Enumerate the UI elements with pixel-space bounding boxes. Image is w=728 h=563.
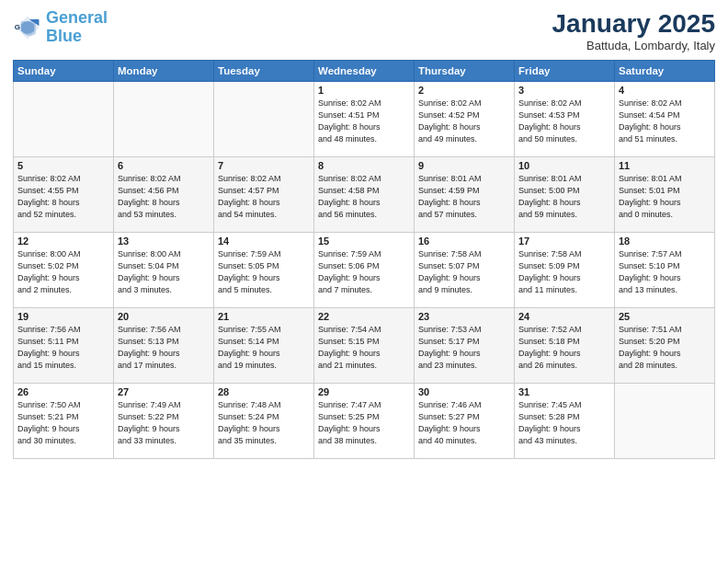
day-info: Sunrise: 7:45 AMSunset: 5:28 PMDaylight:… (518, 399, 610, 447)
day-number: 4 (619, 85, 711, 96)
calendar-cell: 30Sunrise: 7:46 AMSunset: 5:27 PMDayligh… (415, 384, 515, 459)
calendar-cell: 4Sunrise: 8:02 AMSunset: 4:54 PMDaylight… (615, 82, 715, 157)
day-info: Sunrise: 8:02 AMSunset: 4:55 PMDaylight:… (17, 173, 109, 221)
day-info: Sunrise: 7:55 AMSunset: 5:14 PMDaylight:… (218, 324, 310, 372)
day-number: 10 (518, 160, 610, 171)
day-info: Sunrise: 7:51 AMSunset: 5:20 PMDaylight:… (619, 324, 711, 372)
weekday-header-thursday: Thursday (415, 61, 515, 82)
day-info: Sunrise: 7:56 AMSunset: 5:13 PMDaylight:… (118, 324, 210, 372)
weekday-header-sunday: Sunday (14, 61, 114, 82)
calendar-cell (114, 82, 214, 157)
day-number: 23 (418, 311, 510, 322)
day-number: 19 (17, 311, 109, 322)
day-number: 25 (619, 311, 711, 322)
logo: G General Blue (13, 9, 108, 46)
day-number: 16 (418, 236, 510, 247)
weekday-header-friday: Friday (515, 61, 615, 82)
calendar-cell: 31Sunrise: 7:45 AMSunset: 5:28 PMDayligh… (515, 384, 615, 459)
day-info: Sunrise: 8:02 AMSunset: 4:52 PMDaylight:… (418, 98, 510, 145)
calendar-cell: 26Sunrise: 7:50 AMSunset: 5:21 PMDayligh… (14, 384, 114, 459)
week-row-1: 1Sunrise: 8:02 AMSunset: 4:51 PMDaylight… (14, 82, 715, 157)
day-number: 13 (118, 236, 210, 247)
day-info: Sunrise: 8:02 AMSunset: 4:54 PMDaylight:… (619, 98, 711, 145)
logo-line2: Blue (46, 27, 82, 45)
day-info: Sunrise: 7:58 AMSunset: 5:09 PMDaylight:… (518, 248, 610, 296)
day-info: Sunrise: 8:00 AMSunset: 5:02 PMDaylight:… (17, 248, 109, 296)
day-number: 18 (619, 236, 711, 247)
day-number: 3 (518, 85, 610, 96)
calendar-cell: 25Sunrise: 7:51 AMSunset: 5:20 PMDayligh… (615, 308, 715, 384)
weekday-header-tuesday: Tuesday (214, 61, 314, 82)
day-info: Sunrise: 7:50 AMSunset: 5:21 PMDaylight:… (17, 399, 109, 447)
day-info: Sunrise: 8:01 AMSunset: 5:00 PMDaylight:… (518, 173, 610, 221)
logo-text: General Blue (46, 9, 108, 46)
day-number: 27 (118, 386, 210, 397)
day-number: 20 (118, 311, 210, 322)
month-title: January 2025 (552, 9, 715, 39)
day-info: Sunrise: 8:00 AMSunset: 5:04 PMDaylight:… (118, 248, 210, 296)
calendar-cell: 27Sunrise: 7:49 AMSunset: 5:22 PMDayligh… (114, 384, 214, 459)
calendar-cell: 1Sunrise: 8:02 AMSunset: 4:51 PMDaylight… (314, 82, 415, 157)
day-info: Sunrise: 8:01 AMSunset: 4:59 PMDaylight:… (418, 173, 510, 221)
day-number: 9 (418, 160, 510, 171)
day-number: 5 (17, 160, 109, 171)
calendar-cell: 3Sunrise: 8:02 AMSunset: 4:53 PMDaylight… (515, 82, 615, 157)
day-number: 7 (218, 160, 310, 171)
logo-line1: General (46, 8, 108, 27)
day-info: Sunrise: 8:01 AMSunset: 5:01 PMDaylight:… (619, 173, 711, 221)
calendar-cell (615, 384, 715, 459)
day-number: 2 (418, 85, 510, 96)
calendar-table: SundayMondayTuesdayWednesdayThursdayFrid… (13, 60, 715, 459)
calendar-cell: 6Sunrise: 8:02 AMSunset: 4:56 PMDaylight… (114, 157, 214, 233)
day-info: Sunrise: 7:47 AMSunset: 5:25 PMDaylight:… (318, 399, 410, 447)
calendar-cell: 12Sunrise: 8:00 AMSunset: 5:02 PMDayligh… (14, 233, 114, 308)
day-info: Sunrise: 8:02 AMSunset: 4:56 PMDaylight:… (118, 173, 210, 221)
day-info: Sunrise: 7:58 AMSunset: 5:07 PMDaylight:… (418, 248, 510, 296)
calendar-cell: 14Sunrise: 7:59 AMSunset: 5:05 PMDayligh… (214, 233, 314, 308)
calendar-cell (214, 82, 314, 157)
calendar-cell: 20Sunrise: 7:56 AMSunset: 5:13 PMDayligh… (114, 308, 214, 384)
calendar-cell: 5Sunrise: 8:02 AMSunset: 4:55 PMDaylight… (14, 157, 114, 233)
week-row-2: 5Sunrise: 8:02 AMSunset: 4:55 PMDaylight… (14, 157, 715, 233)
calendar-cell: 29Sunrise: 7:47 AMSunset: 5:25 PMDayligh… (314, 384, 415, 459)
day-info: Sunrise: 8:02 AMSunset: 4:51 PMDaylight:… (318, 98, 410, 145)
day-info: Sunrise: 7:59 AMSunset: 5:05 PMDaylight:… (218, 248, 310, 296)
day-info: Sunrise: 7:53 AMSunset: 5:17 PMDaylight:… (418, 324, 510, 372)
calendar-cell: 15Sunrise: 7:59 AMSunset: 5:06 PMDayligh… (314, 233, 415, 308)
calendar-cell: 8Sunrise: 8:02 AMSunset: 4:58 PMDaylight… (314, 157, 415, 233)
day-number: 17 (518, 236, 610, 247)
calendar-cell: 28Sunrise: 7:48 AMSunset: 5:24 PMDayligh… (214, 384, 314, 459)
day-number: 28 (218, 386, 310, 397)
day-info: Sunrise: 7:46 AMSunset: 5:27 PMDaylight:… (418, 399, 510, 447)
logo-icon: G (13, 13, 42, 42)
calendar-cell: 19Sunrise: 7:56 AMSunset: 5:11 PMDayligh… (14, 308, 114, 384)
day-number: 11 (619, 160, 711, 171)
svg-text:G: G (15, 23, 20, 31)
calendar-cell: 23Sunrise: 7:53 AMSunset: 5:17 PMDayligh… (415, 308, 515, 384)
day-info: Sunrise: 8:02 AMSunset: 4:57 PMDaylight:… (218, 173, 310, 221)
day-info: Sunrise: 7:56 AMSunset: 5:11 PMDaylight:… (17, 324, 109, 372)
weekday-header-saturday: Saturday (615, 61, 715, 82)
day-info: Sunrise: 8:02 AMSunset: 4:58 PMDaylight:… (318, 173, 410, 221)
day-number: 31 (518, 386, 610, 397)
header: G General Blue January 2025 Battuda, Lom… (13, 9, 715, 52)
calendar-cell: 7Sunrise: 8:02 AMSunset: 4:57 PMDaylight… (214, 157, 314, 233)
title-block: January 2025 Battuda, Lombardy, Italy (552, 9, 715, 52)
week-row-3: 12Sunrise: 8:00 AMSunset: 5:02 PMDayligh… (14, 233, 715, 308)
week-row-4: 19Sunrise: 7:56 AMSunset: 5:11 PMDayligh… (14, 308, 715, 384)
day-number: 15 (318, 236, 410, 247)
calendar-cell: 24Sunrise: 7:52 AMSunset: 5:18 PMDayligh… (515, 308, 615, 384)
day-number: 1 (318, 85, 410, 96)
day-info: Sunrise: 7:54 AMSunset: 5:15 PMDaylight:… (318, 324, 410, 372)
calendar-cell: 2Sunrise: 8:02 AMSunset: 4:52 PMDaylight… (415, 82, 515, 157)
day-info: Sunrise: 7:49 AMSunset: 5:22 PMDaylight:… (118, 399, 210, 447)
page: G General Blue January 2025 Battuda, Lom… (0, 0, 728, 563)
day-number: 30 (418, 386, 510, 397)
day-info: Sunrise: 8:02 AMSunset: 4:53 PMDaylight:… (518, 98, 610, 145)
weekday-header-row: SundayMondayTuesdayWednesdayThursdayFrid… (14, 61, 715, 82)
day-number: 22 (318, 311, 410, 322)
day-info: Sunrise: 7:48 AMSunset: 5:24 PMDaylight:… (218, 399, 310, 447)
day-number: 29 (318, 386, 410, 397)
day-number: 6 (118, 160, 210, 171)
day-info: Sunrise: 7:57 AMSunset: 5:10 PMDaylight:… (619, 248, 711, 296)
